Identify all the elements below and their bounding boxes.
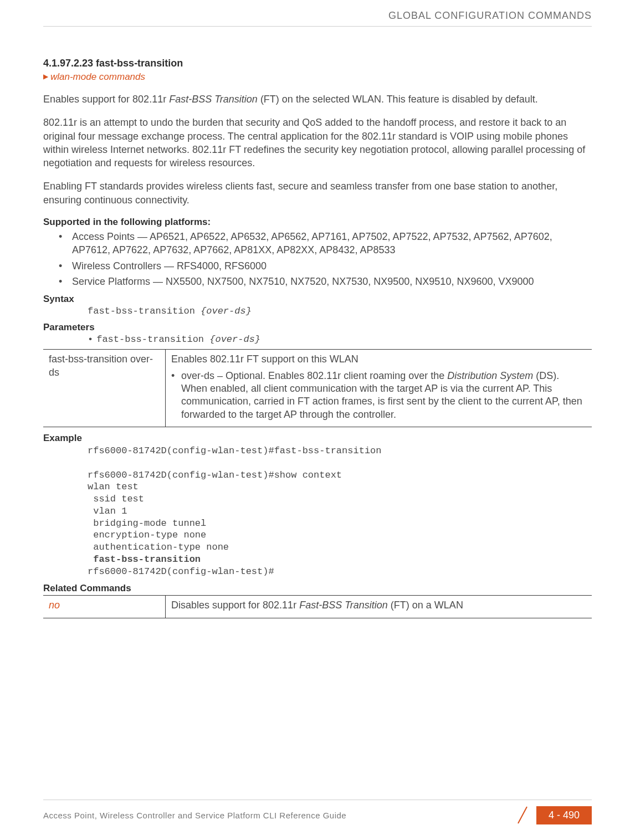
emphasis: Fast-BSS Transition: [299, 600, 388, 611]
text: Enables support for 802.11r: [43, 94, 169, 105]
related-heading: Related Commands: [43, 583, 592, 594]
code-text: fast-bss-transition: [96, 334, 209, 345]
parameters-heading: Parameters: [43, 322, 592, 333]
running-header: GLOBAL CONFIGURATION COMMANDS: [43, 10, 592, 27]
related-desc-cell: Disables support for 802.11r Fast-BSS Tr…: [166, 596, 592, 618]
parameters-table: fast-bss-transition over-ds Enables 802.…: [43, 349, 592, 427]
parameters-line: •fast-bss-transition {over-ds}: [88, 334, 592, 345]
table-row: no Disables support for 802.11r Fast-BSS…: [43, 596, 592, 618]
intro-paragraph-2: 802.11r is an attempt to undo the burden…: [43, 116, 592, 170]
related-table: no Disables support for 802.11r Fast-BSS…: [43, 595, 592, 618]
footer-title: Access Point, Wireless Controller and Se…: [43, 811, 346, 820]
emphasis: Distribution System: [447, 370, 533, 381]
example-code: rfs6000-81742D(config-wlan-test)#fast-bs…: [88, 445, 592, 577]
code-emphasis: {over-ds}: [201, 306, 252, 316]
example-heading: Example: [43, 433, 592, 444]
syntax-heading: Syntax: [43, 294, 592, 305]
related-cmd-cell: no: [43, 596, 166, 618]
list-item: Wireless Controllers — RFS4000, RFS6000: [59, 259, 592, 273]
intro-paragraph-1: Enables support for 802.11r Fast-BSS Tra…: [43, 93, 592, 106]
page-footer: Access Point, Wireless Controller and Se…: [0, 800, 625, 824]
syntax-code: fast-bss-transition {over-ds}: [88, 306, 592, 316]
text: (FT) on the selected WLAN. This feature …: [258, 94, 538, 105]
code-bold: fast-bss-transition: [88, 554, 201, 565]
text: Disables support for 802.11r: [171, 600, 299, 611]
section-heading: 4.1.97.2.23 fast-bss-transition: [43, 58, 592, 69]
list-item: Service Platforms — NX5500, NX7500, NX75…: [59, 275, 592, 288]
code-text: fast-bss-transition: [88, 306, 201, 316]
intro-paragraph-3: Enabling FT standards provides wireless …: [43, 180, 592, 207]
section-number: 4.1.97.2.23: [43, 58, 93, 69]
arrow-icon: ▶: [43, 73, 48, 80]
list-item: Access Points — AP6521, AP6522, AP6532, …: [59, 230, 592, 257]
section-title: fast-bss-transition: [96, 58, 183, 69]
page-number: 4 - 490: [536, 806, 592, 824]
supported-heading: Supported in the following platforms:: [43, 217, 592, 228]
param-desc-bullet: over-ds – Optional. Enables 802.11r clie…: [171, 370, 586, 422]
code-text: rfs6000-81742D(config-wlan-test)#fast-bs…: [88, 445, 382, 552]
breadcrumb-text: wlan-mode commands: [50, 71, 145, 82]
code-text: rfs6000-81742D(config-wlan-test)#: [88, 566, 274, 577]
bullet-icon: •: [88, 334, 93, 345]
emphasis: Fast-BSS Transition: [169, 94, 258, 105]
param-desc-cell: Enables 802.11r FT support on this WLAN …: [166, 350, 592, 427]
slash-icon: [516, 806, 529, 824]
text: (FT) on a WLAN: [388, 600, 463, 611]
text: over-ds – Optional. Enables 802.11r clie…: [181, 370, 447, 381]
param-name-cell: fast-bss-transition over-ds: [43, 350, 166, 427]
breadcrumb: ▶wlan-mode commands: [43, 71, 592, 83]
param-desc-main: Enables 802.11r FT support on this WLAN: [171, 353, 586, 366]
table-row: fast-bss-transition over-ds Enables 802.…: [43, 350, 592, 427]
code-emphasis: {over-ds}: [209, 334, 260, 345]
supported-list: Access Points — AP6521, AP6522, AP6532, …: [59, 230, 592, 288]
svg-line-0: [518, 807, 527, 823]
